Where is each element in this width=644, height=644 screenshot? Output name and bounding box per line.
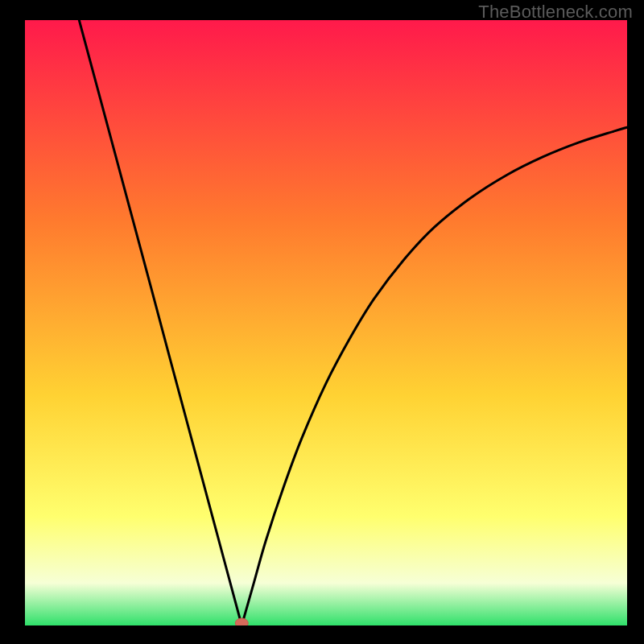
chart-frame: TheBottleneck.com xyxy=(0,0,644,644)
minimum-marker xyxy=(235,618,248,625)
chart-plot xyxy=(25,20,627,625)
chart-svg xyxy=(25,20,627,625)
chart-background xyxy=(25,20,627,625)
